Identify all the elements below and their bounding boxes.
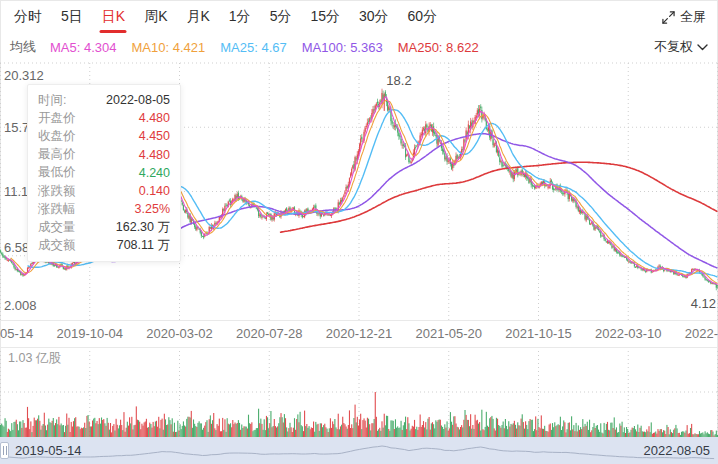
y-axis-label: 20.312 bbox=[4, 68, 44, 83]
tooltip-row-open: 开盘价4.480 bbox=[38, 109, 170, 127]
period-tab-label: 5日 bbox=[61, 8, 83, 26]
x-axis-label: 2021-10-15 bbox=[505, 326, 572, 341]
period-tab-label: 分时 bbox=[14, 8, 42, 26]
period-tab-label: 日K bbox=[102, 8, 125, 26]
x-axis-label: 2022-03-10 bbox=[595, 326, 662, 341]
x-axis-label: 2020-03-02 bbox=[146, 326, 213, 341]
tooltip-label: 最高价 bbox=[38, 146, 76, 163]
tooltip-label: 时间: bbox=[38, 92, 66, 109]
period-tab-1min[interactable]: 1分 bbox=[225, 0, 255, 34]
tooltip-label: 开盘价 bbox=[38, 110, 76, 127]
ma100-legend: MA100: 5.363 bbox=[302, 40, 383, 55]
chart-region: 20.31215.73611.166.5842.008 2019-05-1420… bbox=[0, 60, 718, 464]
tooltip-label: 收盘价 bbox=[38, 128, 76, 145]
navigator-scrubber[interactable] bbox=[0, 437, 718, 464]
tooltip-row-amount: 成交额708.11 万 bbox=[38, 237, 170, 255]
tooltip-value: 4.480 bbox=[139, 148, 170, 162]
period-tab-5day[interactable]: 5日 bbox=[57, 0, 87, 34]
period-tab-month-k[interactable]: 月K bbox=[182, 0, 213, 34]
period-tab-label: 月K bbox=[186, 8, 209, 26]
adjust-label: 不复权 bbox=[654, 38, 693, 56]
chevron-down-icon bbox=[697, 44, 708, 51]
x-axis-label: 2019-05-14 bbox=[0, 326, 33, 341]
navigator-end-date: 2022-08-05 bbox=[644, 443, 711, 458]
tooltip-value: 2022-08-05 bbox=[106, 93, 170, 107]
fullscreen-label: 全屏 bbox=[680, 8, 706, 26]
expand-icon bbox=[662, 11, 675, 24]
tooltip-row-close: 收盘价4.450 bbox=[38, 127, 170, 145]
stock-chart-widget: 分时5日日K周K月K1分5分15分30分60分 全屏 均线 MA5: 4.304… bbox=[0, 0, 718, 464]
y-axis-label: 2.008 bbox=[4, 298, 37, 313]
navigator-left-handle[interactable] bbox=[0, 442, 9, 459]
tooltip-row-change: 涨跌额0.140 bbox=[38, 182, 170, 200]
tooltip-value: 4.480 bbox=[139, 111, 170, 125]
tooltip-value: 4.240 bbox=[139, 166, 170, 180]
x-axis-label: 2020-07-28 bbox=[236, 326, 303, 341]
tooltip-label: 涨跌幅 bbox=[38, 201, 76, 218]
active-tab-underline bbox=[100, 30, 127, 33]
ma-legend: 均线 MA5: 4.304MA10: 4.421MA25: 4.67MA100:… bbox=[0, 34, 718, 60]
period-tab-minute[interactable]: 分时 bbox=[10, 0, 46, 34]
x-axis-label: 2020-12-21 bbox=[326, 326, 393, 341]
tooltip-label: 成交额 bbox=[38, 237, 76, 254]
tooltip-label: 涨跌额 bbox=[38, 183, 76, 200]
period-tab-label: 30分 bbox=[359, 8, 389, 26]
volume-axis-label: 1.03 亿股 bbox=[8, 350, 61, 367]
adjust-dropdown[interactable]: 不复权 bbox=[654, 38, 708, 56]
tooltip-value: 162.30 万 bbox=[116, 219, 170, 236]
period-tabs: 分时5日日K周K月K1分5分15分30分60分 bbox=[10, 0, 441, 34]
period-tab-60min[interactable]: 60分 bbox=[404, 0, 442, 34]
ma10-legend: MA10: 4.421 bbox=[132, 40, 206, 55]
tooltip-label: 最低价 bbox=[38, 164, 76, 181]
tooltip-row-high: 最高价4.480 bbox=[38, 146, 170, 164]
tooltip-row-volume: 成交量162.30 万 bbox=[38, 218, 170, 236]
tooltip-row-change-pct: 涨跌幅3.25% bbox=[38, 200, 170, 218]
ma5-legend: MA5: 4.304 bbox=[50, 40, 117, 55]
period-tab-label: 周K bbox=[144, 8, 167, 26]
tooltip-value: 0.140 bbox=[139, 184, 170, 198]
fullscreen-button[interactable]: 全屏 bbox=[662, 8, 706, 26]
navigator-start-date: 2019-05-14 bbox=[15, 443, 82, 458]
ma250-legend: MA250: 8.622 bbox=[398, 40, 479, 55]
tooltip-value: 3.25% bbox=[135, 202, 170, 216]
ma-items: MA5: 4.304MA10: 4.421MA25: 4.67MA100: 5.… bbox=[50, 40, 494, 55]
period-tab-week-k[interactable]: 周K bbox=[140, 0, 171, 34]
period-tab-label: 5分 bbox=[270, 8, 292, 26]
period-tab-label: 15分 bbox=[310, 8, 340, 26]
lowest-price-annotation: 4.12 bbox=[691, 296, 716, 311]
period-tab-15min[interactable]: 15分 bbox=[306, 0, 344, 34]
period-tab-5min[interactable]: 5分 bbox=[266, 0, 296, 34]
tooltip-value: 708.11 万 bbox=[117, 237, 170, 254]
ohlc-tooltip: 时间:2022-08-05开盘价4.480收盘价4.450最高价4.480最低价… bbox=[27, 84, 181, 262]
period-toolbar: 分时5日日K周K月K1分5分15分30分60分 全屏 bbox=[0, 0, 718, 34]
period-tab-label: 60分 bbox=[408, 8, 438, 26]
x-axis-label: 2021-05-20 bbox=[416, 326, 483, 341]
highest-price-annotation: 18.2 bbox=[386, 73, 411, 88]
tooltip-label: 成交量 bbox=[38, 219, 76, 236]
period-tab-30min[interactable]: 30分 bbox=[355, 0, 393, 34]
ma-legend-title: 均线 bbox=[10, 38, 36, 56]
tooltip-row-low: 最低价4.240 bbox=[38, 164, 170, 182]
period-tab-label: 1分 bbox=[229, 8, 251, 26]
x-axis-label: 2019-10-04 bbox=[57, 326, 124, 341]
ma25-legend: MA25: 4.67 bbox=[220, 40, 287, 55]
tooltip-value: 4.450 bbox=[139, 129, 170, 143]
tooltip-row-time: 时间:2022-08-05 bbox=[38, 91, 170, 109]
period-tab-day-k[interactable]: 日K bbox=[98, 0, 129, 34]
x-axis-label: 2022-08-05 bbox=[685, 326, 718, 341]
